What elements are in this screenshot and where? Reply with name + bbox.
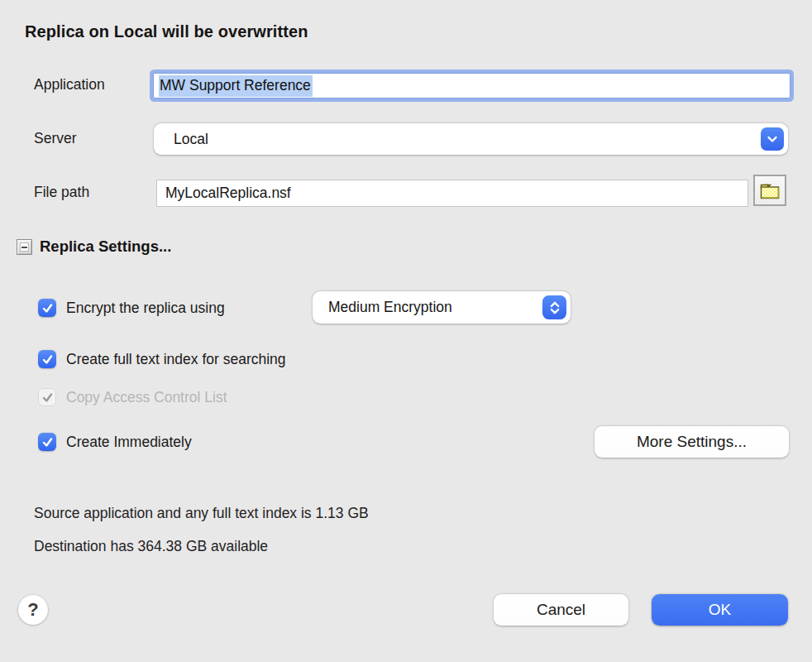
checkmark-icon xyxy=(41,391,54,404)
more-settings-button[interactable]: More Settings... xyxy=(595,426,789,458)
checkmark-icon xyxy=(41,302,54,314)
file-path-value: MyLocalReplica.nsf xyxy=(165,185,291,202)
dialog-title: Replica on Local will be overwritten xyxy=(25,22,308,41)
folder-icon xyxy=(759,181,781,200)
server-dropdown[interactable]: Local xyxy=(154,123,788,155)
checkmark-icon xyxy=(41,353,54,366)
file-path-label: File path xyxy=(34,184,89,201)
file-path-input[interactable]: MyLocalReplica.nsf xyxy=(156,180,748,207)
ok-button[interactable]: OK xyxy=(652,594,788,626)
application-label: Application xyxy=(34,76,105,94)
chevrons-up-down-icon[interactable] xyxy=(542,295,566,319)
server-label: Server xyxy=(34,130,77,147)
encryption-level-dropdown[interactable]: Medium Encryption xyxy=(313,291,571,324)
server-dropdown-value: Local xyxy=(174,131,208,148)
application-input-selected-text: MW Support Reference xyxy=(159,75,313,97)
application-input[interactable]: MW Support Reference xyxy=(153,73,791,98)
encrypt-checkbox[interactable] xyxy=(38,299,56,317)
collapse-minus-icon xyxy=(20,242,29,252)
chevron-down-icon[interactable] xyxy=(761,127,784,151)
encryption-level-value: Medium Encryption xyxy=(328,299,452,316)
replica-settings-disclosure-button[interactable] xyxy=(17,239,32,255)
full-text-index-checkbox[interactable] xyxy=(38,350,56,368)
full-text-index-checkbox-label[interactable]: Create full text index for searching xyxy=(66,351,286,368)
copy-acl-checkbox-label: Copy Access Control List xyxy=(66,389,227,406)
copy-acl-checkbox xyxy=(38,388,56,406)
replica-settings-label: Replica Settings... xyxy=(40,237,171,256)
cancel-button[interactable]: Cancel xyxy=(494,594,628,626)
create-immediately-checkbox[interactable] xyxy=(38,433,56,451)
help-button[interactable]: ? xyxy=(18,595,48,625)
checkmark-icon xyxy=(41,436,54,449)
create-immediately-checkbox-label[interactable]: Create Immediately xyxy=(66,434,192,451)
source-size-text: Source application and any full text ind… xyxy=(34,505,369,522)
encrypt-checkbox-label[interactable]: Encrypt the replica using xyxy=(66,300,225,317)
browse-folder-button[interactable] xyxy=(753,175,786,206)
destination-space-text: Destination has 364.38 GB available xyxy=(34,538,268,555)
